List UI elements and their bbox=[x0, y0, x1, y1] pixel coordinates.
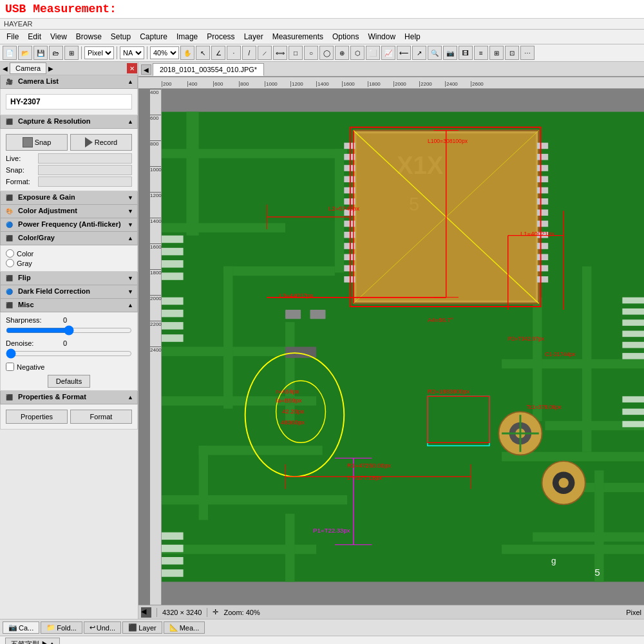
menu-window[interactable]: Window bbox=[364, 31, 399, 43]
folder-btn[interactable]: 🗁 bbox=[49, 46, 63, 60]
negative-checkbox[interactable] bbox=[6, 363, 14, 371]
target-btn[interactable]: ⊕ bbox=[335, 46, 349, 60]
menu-edit[interactable]: Edit bbox=[24, 31, 45, 43]
region-btn[interactable]: ⬜ bbox=[366, 46, 380, 60]
menu-image[interactable]: Image bbox=[173, 31, 202, 43]
bottom-tab-measure[interactable]: 📐 Mea... bbox=[164, 621, 205, 634]
misc-btn[interactable]: ⋯ bbox=[520, 46, 535, 60]
grid2-btn[interactable]: ⊞ bbox=[489, 46, 504, 60]
zoom-select[interactable]: 40% bbox=[150, 46, 179, 59]
gray-radio-label: Gray bbox=[17, 260, 32, 267]
pixel-status: Pixel bbox=[626, 609, 641, 616]
svg-text:L1=40021px: L1=40021px bbox=[520, 230, 554, 237]
ime-button[interactable]: 五笔字型 ▶ ♦ bbox=[5, 638, 60, 644]
panel-close-btn[interactable]: ✕ bbox=[127, 63, 137, 73]
canvas-area[interactable]: 400 600 800 1000 1200 1400 1600 1800 200… bbox=[150, 89, 644, 605]
live-label: Live: bbox=[6, 155, 38, 162]
svg-rect-29 bbox=[162, 260, 184, 268]
sharpness-slider[interactable] bbox=[6, 325, 132, 336]
camera-list-header[interactable]: 🎥 Camera List ▲ bbox=[0, 75, 138, 89]
save-btn[interactable]: 💾 bbox=[33, 46, 48, 60]
circle-btn[interactable]: ○ bbox=[304, 46, 318, 60]
polygon-btn[interactable]: ⬡ bbox=[350, 46, 365, 60]
grid-btn[interactable]: ⊞ bbox=[64, 46, 79, 60]
film-btn[interactable]: 🎞 bbox=[459, 46, 473, 60]
tab-prev-btn[interactable]: ◀ bbox=[141, 64, 151, 75]
menu-view[interactable]: View bbox=[46, 31, 71, 43]
negative-label: Negative bbox=[17, 363, 44, 371]
color-gray-label: Color/Gray bbox=[18, 234, 55, 242]
dark-field-header[interactable]: 🔵 Dark Field Correction ▼ bbox=[0, 285, 138, 299]
scroll-left-btn[interactable]: ◀ bbox=[141, 607, 151, 618]
ruler-v-1600: 1600 bbox=[150, 243, 161, 269]
snap-btn[interactable]: Snap bbox=[6, 134, 68, 151]
dot-btn[interactable]: · bbox=[227, 46, 241, 60]
gray-radio[interactable] bbox=[6, 259, 14, 267]
profile-btn[interactable]: 📈 bbox=[381, 46, 395, 60]
arrow-btn[interactable]: ↗ bbox=[412, 46, 426, 60]
capture-header[interactable]: ⬛ Capture & Resolution ▲ bbox=[0, 115, 138, 129]
ruler-v-1200: 1200 bbox=[150, 192, 161, 218]
main-area: ◀ Camera ▶ ✕ 🎥 Camera List ▲ HY-2307 ⬛ C… bbox=[0, 62, 644, 619]
polyline-btn[interactable]: ⟋ bbox=[258, 46, 272, 60]
pixel-select[interactable]: Pixel bbox=[84, 46, 114, 59]
measure-btn[interactable]: ⟺ bbox=[273, 46, 287, 60]
camera-btn[interactable]: 📷 bbox=[443, 46, 457, 60]
bottom-tab-folder[interactable]: 📁 Fold... bbox=[41, 621, 82, 634]
props-format-header[interactable]: ⬛ Properties & Format ▲ bbox=[0, 391, 138, 404]
properties-label: Properties bbox=[21, 413, 53, 421]
angle-btn[interactable]: ∠ bbox=[211, 46, 225, 60]
menu-process[interactable]: Process bbox=[203, 31, 238, 43]
align-btn[interactable]: ≡ bbox=[474, 46, 488, 60]
camera-tab[interactable]: Camera bbox=[10, 62, 46, 74]
scale-btn[interactable]: ⟵ bbox=[397, 46, 411, 60]
color-radio[interactable] bbox=[6, 249, 14, 258]
denoise-slider[interactable] bbox=[6, 348, 132, 359]
menu-setup[interactable]: Setup bbox=[107, 31, 135, 43]
color-adj-header[interactable]: 🎨 Color Adjustment ▼ bbox=[0, 205, 138, 218]
flip-header[interactable]: ⬛ Flip ▼ bbox=[0, 272, 138, 285]
open-btn[interactable]: 📂 bbox=[18, 46, 32, 60]
ruler-v-600: 600 bbox=[150, 115, 161, 140]
format-label: Format: bbox=[6, 178, 38, 185]
new-btn[interactable]: 📄 bbox=[3, 46, 17, 60]
power-freq-header[interactable]: 🔵 Power Frequency (Anti-flicker) ▼ bbox=[0, 218, 138, 232]
calib-btn[interactable]: ⊡ bbox=[505, 46, 519, 60]
menu-options[interactable]: Options bbox=[328, 31, 363, 43]
ellipse-btn[interactable]: ◯ bbox=[319, 46, 334, 60]
line-btn[interactable]: / bbox=[242, 46, 256, 60]
svg-text:R1=47250.00px: R1=47250.00px bbox=[347, 462, 391, 469]
menu-file[interactable]: File bbox=[3, 31, 23, 43]
misc-header[interactable]: ⬛ Misc ▲ bbox=[0, 299, 138, 312]
bottom-tab-undo[interactable]: ↩ Und... bbox=[84, 621, 121, 634]
misc-arrow: ▲ bbox=[128, 302, 133, 308]
color-gray-header[interactable]: ⬛ Color/Gray ▲ bbox=[0, 232, 138, 245]
svg-rect-88 bbox=[285, 310, 301, 319]
hand-btn[interactable]: ✋ bbox=[180, 46, 194, 60]
exposure-arrow: ▼ bbox=[128, 194, 133, 201]
cursor-btn[interactable]: ↖ bbox=[196, 46, 210, 60]
menu-measurements[interactable]: Measurements bbox=[269, 31, 327, 43]
panel-nav-right[interactable]: ▶ bbox=[46, 64, 55, 73]
svg-rect-11 bbox=[199, 446, 323, 455]
format-btn[interactable]: Format bbox=[70, 410, 132, 424]
menu-layer[interactable]: Layer bbox=[240, 31, 267, 43]
ruler-top: 200 400 600 800 1000 1200 1400 1600 1800… bbox=[138, 77, 644, 89]
capture-buttons: Snap Record bbox=[6, 134, 132, 151]
panel-nav-left[interactable]: ◀ bbox=[1, 64, 10, 73]
rect-btn[interactable]: □ bbox=[289, 46, 303, 60]
menu-help[interactable]: Help bbox=[401, 31, 424, 43]
properties-btn[interactable]: Properties bbox=[6, 410, 68, 424]
menu-capture[interactable]: Capture bbox=[136, 31, 171, 43]
menu-browse[interactable]: Browse bbox=[72, 31, 106, 43]
na-select[interactable]: NA bbox=[120, 46, 144, 59]
image-tab[interactable]: 2018_0101_003554_010.JPG* bbox=[153, 63, 264, 76]
image-area[interactable]: 200 400 600 800 1000 1200 1400 1600 1800… bbox=[138, 77, 644, 605]
record-btn[interactable]: Record bbox=[70, 134, 132, 151]
exposure-header[interactable]: ⬛ Exposure & Gain ▼ bbox=[0, 191, 138, 205]
bottom-tab-camera[interactable]: 📷 Ca... bbox=[3, 621, 39, 634]
zoom-in-btn[interactable]: 🔍 bbox=[428, 46, 442, 60]
bottom-tab-layer[interactable]: ⬛ Layer bbox=[122, 621, 162, 634]
sep1 bbox=[81, 46, 82, 59]
defaults-btn[interactable]: Defaults bbox=[48, 375, 90, 388]
